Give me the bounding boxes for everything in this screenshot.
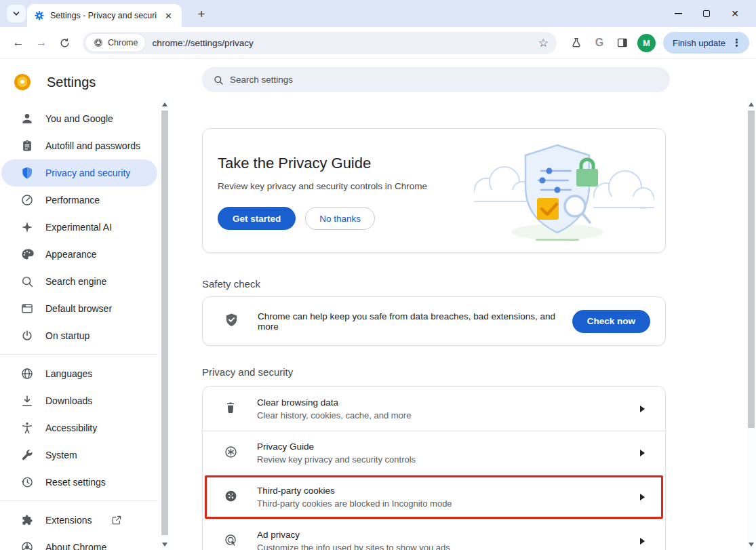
sidebar-item-you-and-google[interactable]: You and Google — [1, 105, 157, 132]
row-privacy-guide[interactable]: Privacy Guide Review key privacy and sec… — [203, 431, 665, 475]
scroll-up-arrow[interactable] — [162, 102, 167, 106]
person-icon — [20, 112, 34, 125]
sidebar-item-label: Downloads — [45, 395, 92, 406]
sidebar-scrollbar[interactable] — [160, 99, 170, 550]
new-tab-button[interactable]: + — [193, 5, 210, 23]
privacy-section-heading: Privacy and security — [202, 366, 666, 378]
trash-icon — [224, 401, 239, 417]
sidebar-item-appearance[interactable]: Appearance — [1, 241, 157, 268]
sidebar-item-on-startup[interactable]: On startup — [1, 322, 157, 349]
row-ad-privacy[interactable]: Ad privacy Customize the info used by si… — [203, 519, 665, 550]
row-title: Privacy Guide — [257, 441, 640, 452]
scroll-up-arrow[interactable] — [749, 102, 754, 106]
back-button[interactable]: ← — [7, 31, 30, 54]
sidebar-item-label: Experimental AI — [45, 222, 112, 233]
autofill-icon — [20, 139, 34, 153]
sidebar-item-autofill[interactable]: Autofill and passwords — [1, 132, 157, 159]
accessibility-icon — [20, 421, 34, 435]
tab-title: Settings - Privacy and security — [50, 11, 157, 20]
sparkle-icon — [20, 220, 34, 234]
tab-close-icon[interactable]: ✕ — [162, 10, 175, 22]
sidebar-item-label: System — [45, 450, 77, 460]
close-icon: ✕ — [731, 9, 739, 18]
performance-icon — [20, 193, 34, 207]
address-bar[interactable]: Chrome chrome://settings/privacy ☆ — [83, 32, 557, 54]
search-input[interactable] — [230, 75, 659, 85]
row-subtitle: Clear history, cookies, cache, and more — [257, 410, 640, 420]
bookmark-star-icon[interactable]: ☆ — [538, 36, 549, 50]
privacy-guide-card: Take the Privacy Guide Review key privac… — [202, 128, 666, 253]
tab-strip: Settings - Privacy and security ✕ + ✕ — [0, 0, 756, 27]
safety-check-message: Chrome can help keep you safe from data … — [258, 311, 572, 332]
sidebar-item-accessibility[interactable]: Accessibility — [1, 414, 157, 441]
sidebar-header: Settings — [0, 70, 170, 94]
sidebar-item-search-engine[interactable]: Search engine — [1, 268, 157, 295]
privacy-guide-subtitle: Review key privacy and security controls… — [218, 181, 455, 191]
finish-update-button[interactable]: Finish update ⋮ — [663, 32, 749, 54]
kebab-menu-icon[interactable]: ⋮ — [732, 37, 742, 49]
shield-icon — [20, 166, 34, 180]
chrome-logo-icon — [20, 541, 34, 550]
chevron-right-icon — [640, 494, 645, 500]
sidebar-item-downloads[interactable]: Downloads — [1, 387, 157, 414]
no-thanks-button[interactable]: No thanks — [305, 207, 375, 230]
browser-window: Settings - Privacy and security ✕ + ✕ ← … — [0, 0, 756, 550]
privacy-guide-illustration — [455, 129, 665, 252]
reload-button[interactable] — [53, 31, 76, 54]
row-clear-browsing-data[interactable]: Clear browsing data Clear history, cooki… — [203, 387, 665, 431]
avatar[interactable]: M — [637, 34, 656, 52]
labs-button[interactable] — [565, 31, 588, 54]
page-body: Settings You and Google Autofill and pas… — [0, 59, 756, 550]
search-settings-box[interactable] — [202, 67, 670, 92]
finish-update-label: Finish update — [673, 38, 725, 48]
shield-check-icon — [224, 312, 239, 330]
row-title: Ad privacy — [257, 530, 640, 540]
tab-search-button[interactable] — [7, 5, 26, 22]
settings-title: Settings — [47, 75, 96, 90]
settings-logo-icon — [14, 74, 31, 90]
get-started-button[interactable]: Get started — [218, 207, 296, 230]
wrench-icon — [20, 448, 34, 462]
forward-button[interactable]: → — [30, 31, 53, 54]
close-button[interactable]: ✕ — [721, 0, 749, 27]
sidebar-item-label: Default browser — [45, 303, 112, 314]
sidebar-item-languages[interactable]: Languages — [1, 360, 157, 387]
globe-icon — [20, 367, 34, 380]
sidebar-item-default-browser[interactable]: Default browser — [1, 295, 157, 322]
compass-icon — [224, 445, 239, 462]
window-controls: ✕ — [664, 0, 749, 27]
content-scrollbar[interactable] — [747, 99, 756, 550]
tab-settings[interactable]: Settings - Privacy and security ✕ — [27, 4, 182, 27]
sidebar-scroll-thumb[interactable] — [161, 111, 168, 535]
url-text[interactable]: chrome://settings/privacy — [152, 38, 538, 48]
sidebar-item-label: Autofill and passwords — [45, 140, 140, 151]
google-button[interactable]: G — [588, 31, 611, 54]
sidebar-item-experimental-ai[interactable]: Experimental AI — [1, 214, 157, 241]
sidebar-item-reset-settings[interactable]: Reset settings — [1, 469, 157, 496]
browser-window-icon — [20, 302, 34, 315]
back-icon: ← — [13, 36, 24, 50]
ad-privacy-icon — [224, 533, 239, 550]
minimize-button[interactable] — [664, 0, 692, 27]
row-third-party-cookies[interactable]: Third-party cookies Third-party cookies … — [203, 475, 665, 519]
sidebar-item-privacy-and-security[interactable]: Privacy and security — [1, 159, 157, 186]
check-now-button[interactable]: Check now — [572, 310, 650, 333]
forward-icon: → — [36, 36, 47, 50]
row-subtitle: Customize the info used by sites to show… — [257, 543, 640, 550]
settings-content: Take the Privacy Guide Review key privac… — [170, 59, 756, 550]
sidebar-item-extensions[interactable]: Extensions — [1, 507, 157, 534]
site-chip[interactable]: Chrome — [85, 34, 145, 52]
shield-clouds-illustration — [456, 137, 659, 244]
sidebar-item-label: You and Google — [45, 113, 113, 124]
chevron-right-icon — [640, 406, 645, 412]
sidebar-item-performance[interactable]: Performance — [1, 186, 157, 214]
scroll-down-arrow[interactable] — [749, 543, 754, 547]
sidebar-item-label: Privacy and security — [45, 168, 130, 178]
maximize-button[interactable] — [692, 0, 721, 27]
scroll-down-arrow[interactable] — [162, 543, 167, 547]
beaker-icon — [570, 37, 582, 49]
content-scroll-thumb[interactable] — [748, 111, 755, 428]
side-panel-button[interactable] — [611, 31, 634, 54]
sidebar-item-system[interactable]: System — [1, 441, 157, 469]
sidebar-item-about-chrome[interactable]: About Chrome — [1, 534, 157, 550]
